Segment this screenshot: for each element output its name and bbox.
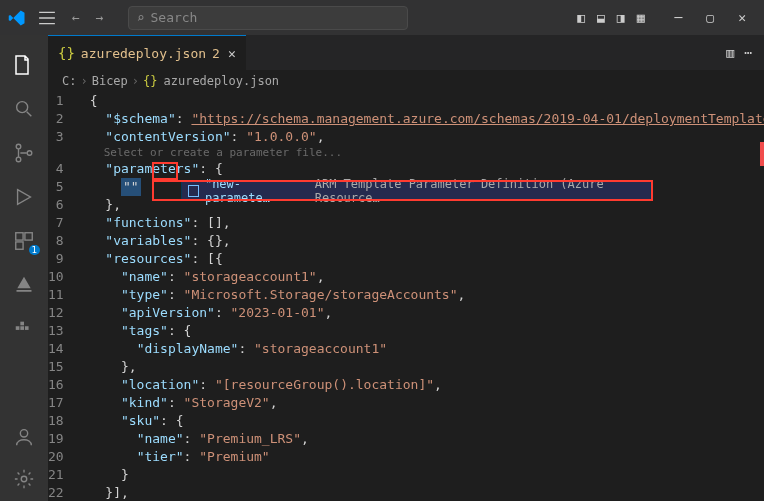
svg-rect-6 <box>16 242 23 249</box>
line-gutter: 1 2 3 4 5 6 7 8 9 10 11 12 13 14 15 16 1… <box>48 92 78 501</box>
nav-forward-icon[interactable]: → <box>96 10 104 25</box>
svg-point-12 <box>21 476 27 482</box>
chevron-icon: › <box>80 74 87 88</box>
search-icon: ⌕ <box>137 10 145 25</box>
settings-icon[interactable] <box>12 467 36 491</box>
svg-rect-10 <box>20 322 24 326</box>
editor-tabs: {} azuredeploy.json 2 ✕ ▥ ⋯ <box>48 35 764 70</box>
suggestion-desc: ARM Template Parameter Definition (Azure… <box>315 177 650 205</box>
svg-rect-5 <box>25 233 32 240</box>
layout-customize-icon[interactable]: ▦ <box>633 6 649 29</box>
tab-filename: azuredeploy.json <box>81 46 206 61</box>
minimize-icon[interactable]: ─ <box>665 10 693 25</box>
azure-icon[interactable] <box>12 273 36 297</box>
suggestion-label: "new-paramete… <box>205 177 299 205</box>
cursor-line[interactable]: "" <box>121 178 141 196</box>
nav-back-icon[interactable]: ← <box>72 10 80 25</box>
tab-azuredeploy[interactable]: {} azuredeploy.json 2 ✕ <box>48 35 246 70</box>
svg-rect-8 <box>20 326 24 330</box>
svg-rect-7 <box>16 326 20 330</box>
more-actions-icon[interactable]: ⋯ <box>744 45 752 60</box>
activity-bar: 1 <box>0 35 48 501</box>
titlebar: ← → ⌕ Search ◧ ⬓ ◨ ▦ ─ ▢ ✕ <box>0 0 764 35</box>
minimap-error-marker[interactable] <box>760 142 764 166</box>
snippet-icon <box>188 185 199 197</box>
svg-point-11 <box>20 430 27 437</box>
tab-close-icon[interactable]: ✕ <box>228 46 236 61</box>
json-file-icon: {} <box>143 74 157 88</box>
vscode-icon <box>8 9 26 27</box>
search-activity-icon[interactable] <box>12 97 36 121</box>
code-editor[interactable]: 1 2 3 4 5 6 7 8 9 10 11 12 13 14 15 16 1… <box>48 92 764 501</box>
menu-icon[interactable] <box>38 9 56 27</box>
extensions-icon[interactable]: 1 <box>12 229 36 253</box>
svg-rect-9 <box>25 326 29 330</box>
search-input[interactable]: ⌕ Search <box>128 6 408 30</box>
breadcrumbs[interactable]: C: › Bicep › {} azuredeploy.json <box>48 70 764 92</box>
svg-point-1 <box>16 144 21 149</box>
docker-icon[interactable] <box>12 317 36 341</box>
source-control-icon[interactable] <box>12 141 36 165</box>
intellisense-suggestion[interactable]: "new-paramete… ARM Template Parameter De… <box>181 181 651 200</box>
accounts-icon[interactable] <box>12 425 36 449</box>
breadcrumb-file[interactable]: azuredeploy.json <box>164 74 280 88</box>
split-editor-icon[interactable]: ▥ <box>726 45 734 60</box>
chevron-icon: › <box>132 74 139 88</box>
maximize-icon[interactable]: ▢ <box>696 10 724 25</box>
explorer-icon[interactable] <box>12 53 36 77</box>
layout-panel-bottom-icon[interactable]: ⬓ <box>593 6 609 29</box>
svg-point-0 <box>17 102 28 113</box>
close-icon[interactable]: ✕ <box>728 10 756 25</box>
svg-rect-4 <box>16 233 23 240</box>
code-content[interactable]: { "$schema": "https://schema.management.… <box>78 92 764 501</box>
codelens-hint[interactable]: Select or create a parameter file... <box>90 146 764 160</box>
breadcrumb-root[interactable]: C: <box>62 74 76 88</box>
svg-point-3 <box>27 151 32 156</box>
layout-panel-right-icon[interactable]: ◨ <box>613 6 629 29</box>
json-file-icon: {} <box>58 45 75 61</box>
search-placeholder: Search <box>150 10 197 25</box>
layout-panel-left-icon[interactable]: ◧ <box>573 6 589 29</box>
svg-point-2 <box>16 157 21 162</box>
breadcrumb-folder[interactable]: Bicep <box>92 74 128 88</box>
run-debug-icon[interactable] <box>12 185 36 209</box>
tab-modified-indicator: 2 <box>212 46 220 61</box>
